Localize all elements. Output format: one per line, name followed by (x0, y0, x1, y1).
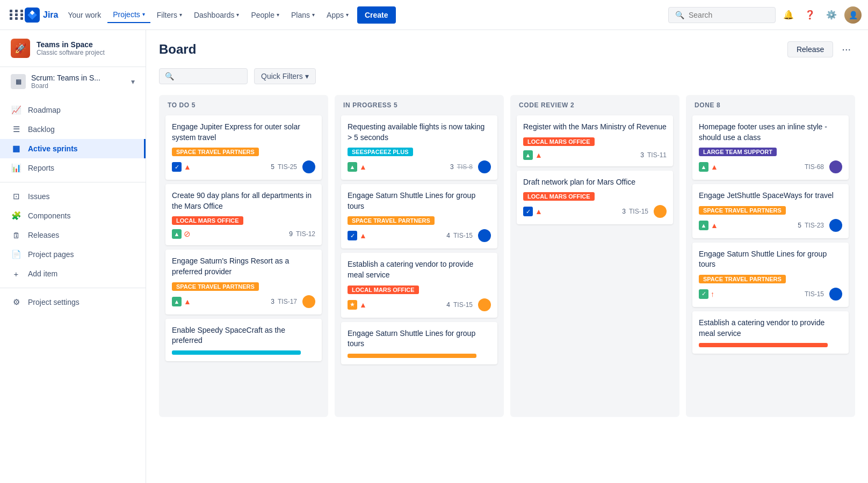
card-footer: ✓ ▲ 4 TIS-15 (348, 229, 491, 242)
card-cr-2[interactable]: Draft network plan for Mars Office LOCAL… (517, 171, 673, 225)
card-done-2[interactable]: Engage JetShuttle SpaceWays for travel S… (692, 184, 849, 238)
card-inprog-1[interactable]: Requesting available flights is now taki… (341, 115, 497, 180)
sidebar-item-issues[interactable]: ⊡ Issues (0, 187, 146, 206)
help-button[interactable]: ❓ (801, 6, 819, 24)
sidebar-item-components[interactable]: 🧩 Components (0, 206, 146, 225)
sidebar-item-project-pages[interactable]: 📄 Project pages (0, 245, 146, 264)
priority-high-icon: ▲ (359, 231, 367, 240)
card-avatar (829, 160, 842, 173)
column-done-header: DONE 8 (692, 101, 849, 109)
sidebar-item-active-sprints[interactable]: ▦ Active sprints (0, 139, 146, 158)
card-title: Create 90 day plans for all departments … (172, 191, 315, 211)
nav-people[interactable]: People ▾ (245, 8, 285, 23)
components-icon: 🧩 (11, 210, 21, 221)
scrum-chevron-icon: ▾ (131, 77, 135, 86)
search-input[interactable] (689, 11, 769, 19)
board-title: Board (159, 42, 196, 57)
project-pages-label: Project pages (28, 250, 74, 259)
card-inprog-4[interactable]: Engage Saturn Shuttle Lines for group to… (341, 322, 497, 364)
card-done-3[interactable]: Engage Saturn Shuttle Lines for group to… (692, 243, 849, 307)
releases-label: Releases (28, 231, 59, 239)
notifications-button[interactable]: 🔔 (780, 6, 797, 24)
card-count: 4 (446, 301, 450, 309)
card-cr-1[interactable]: Register with the Mars Ministry of Reven… (517, 115, 673, 166)
card-todo-1[interactable]: Engage Jupiter Express for outer solar s… (165, 115, 322, 180)
nav-filters[interactable]: Filters ▾ (151, 8, 187, 23)
releases-icon: 🗓 (11, 230, 21, 240)
sidebar-project[interactable]: 🚀 Teams in Space Classic software projec… (0, 30, 146, 67)
quick-filters-button[interactable]: Quick Filters ▾ (254, 68, 316, 84)
settings-button[interactable]: ⚙️ (823, 6, 840, 24)
column-codereview: CODE REVIEW 2 Register with the Mars Min… (510, 95, 679, 417)
card-todo-4[interactable]: Enable Speedy SpaceCraft as the preferre… (165, 319, 322, 361)
sidebar-item-add-item[interactable]: + Add item (0, 264, 146, 283)
card-todo-3[interactable]: Engage Saturn's Rings Resort as a prefer… (165, 250, 322, 314)
card-title: Engage Saturn's Rings Resort as a prefer… (172, 256, 315, 277)
card-title: Engage Saturn Shuttle Lines for group to… (699, 249, 842, 270)
card-tag: SPACE TRAVEL PARTNERS (699, 275, 786, 283)
sidebar-item-releases[interactable]: 🗓 Releases (0, 225, 146, 245)
priority-high-icon: ▲ (359, 163, 367, 171)
card-done-4[interactable]: Establish a catering vendor to provide m… (692, 311, 849, 354)
card-tag: LOCAL MARS OFFICE (172, 216, 243, 225)
project-name: Teams in Space (37, 40, 105, 49)
card-footer: ✓ ▲ 5 TIS-25 (172, 160, 315, 173)
nav-apps[interactable]: Apps ▾ (321, 8, 354, 23)
filters-chevron-icon: ▾ (179, 12, 182, 18)
card-count: 3 (271, 298, 274, 305)
checkbox-icon: ✓ (172, 162, 182, 172)
nav-dashboards[interactable]: Dashboards ▾ (189, 8, 245, 23)
sidebar-item-reports[interactable]: 📊 Reports (0, 158, 146, 178)
quick-filters-label: Quick Filters (261, 72, 303, 80)
card-tag: LOCAL MARS OFFICE (523, 192, 595, 201)
card-title: Enable Speedy SpaceCraft as the preferre… (172, 325, 315, 346)
scrum-subtitle: Board (31, 82, 100, 90)
story-icon: ▲ (172, 297, 182, 306)
scrum-left: ▦ Scrum: Teams in S... Board (11, 74, 100, 90)
ticket-id: TIS-15 (453, 301, 473, 309)
card-avatar (478, 229, 491, 242)
card-icons: ▲ ▲ (699, 162, 801, 172)
column-todo-header: TO DO 5 (165, 101, 322, 109)
ticket-id: TIS-12 (296, 230, 315, 238)
card-tag: SEESPACEEZ PLUS (348, 148, 413, 156)
board-search-box[interactable]: 🔍 (159, 68, 248, 84)
nav-plans[interactable]: Plans ▾ (286, 8, 320, 23)
sidebar-item-backlog[interactable]: ☰ Backlog (0, 120, 146, 139)
board-actions: Release ··· (787, 41, 855, 57)
card-footer: ▲ ⊘ 9 TIS-12 (172, 229, 315, 239)
story-icon: ▲ (348, 162, 357, 172)
card-done-1[interactable]: Homepage footer uses an inline style - s… (692, 115, 849, 180)
app-grid-icon[interactable] (6, 8, 21, 23)
card-inprog-3[interactable]: Establish a catering vendor to provide m… (341, 253, 497, 317)
story-orange-icon: ★ (348, 300, 357, 310)
card-todo-2[interactable]: Create 90 day plans for all departments … (165, 184, 322, 245)
app-switcher[interactable]: Jira (6, 8, 58, 23)
priority-high-icon: ▲ (711, 221, 718, 230)
card-title: Requesting available flights is now taki… (348, 122, 491, 143)
project-icon: 🚀 (11, 39, 30, 58)
nav-yourwork[interactable]: Your work (62, 8, 106, 23)
story-icon: ▲ (699, 162, 708, 172)
card-tag: SPACE TRAVEL PARTNERS (172, 282, 259, 291)
card-inprog-2[interactable]: Engage Saturn Shuttle Lines for group to… (341, 184, 497, 248)
sidebar-item-project-settings[interactable]: ⚙ Project settings (0, 292, 146, 312)
profile-avatar[interactable]: 👤 (844, 6, 862, 24)
reports-icon: 📊 (11, 163, 21, 173)
create-button[interactable]: Create (357, 6, 396, 24)
card-footer: ▲ ▲ 3 TIS-8 (348, 160, 491, 173)
release-button[interactable]: Release (787, 41, 833, 57)
card-tag: LOCAL MARS OFFICE (523, 137, 595, 146)
column-inprogress: IN PROGRESS 5 Requesting available fligh… (335, 95, 504, 417)
topnav-nav: Your work Projects ▾ Filters ▾ Dashboard… (62, 6, 666, 24)
scrum-board-item[interactable]: ▦ Scrum: Teams in S... Board ▾ (0, 67, 146, 96)
nav-projects[interactable]: Projects ▾ (107, 7, 150, 23)
sidebar-item-roadmap[interactable]: 📈 Roadmap (0, 100, 146, 120)
board-search-input[interactable] (177, 72, 242, 80)
ticket-id: TIS-68 (805, 163, 824, 171)
card-title: Draft network plan for Mars Office (523, 177, 667, 188)
topnav-right: 🔍 🔔 ❓ ⚙️ 👤 (668, 6, 862, 24)
topnav: Jira Your work Projects ▾ Filters ▾ Dash… (0, 0, 868, 30)
search-box[interactable]: 🔍 (668, 7, 776, 23)
more-options-button[interactable]: ··· (837, 41, 855, 57)
